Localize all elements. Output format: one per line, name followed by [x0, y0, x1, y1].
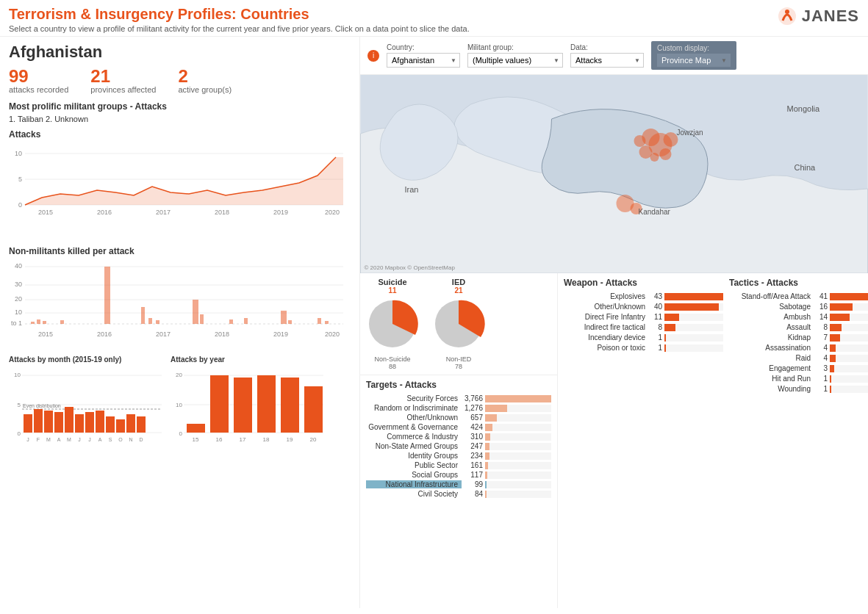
svg-rect-88 — [257, 375, 276, 433]
target-label: Civil Society — [366, 490, 462, 498]
bottom-section: Suicide 11 Non-Suicide 88 — [360, 273, 868, 608]
tactics-bar-container — [830, 365, 868, 372]
tactics-value: 8 — [814, 323, 830, 331]
weapon-list: Explosives 43 Other/Unknown 40 Direct Fi… — [564, 292, 723, 352]
target-bar-fill — [485, 481, 487, 488]
target-bar-container — [485, 481, 551, 488]
country-select-wrapper: Afghanistan — [387, 53, 460, 68]
tactics-bar-fill — [830, 386, 831, 393]
weapon-label: Poison or toxic — [564, 344, 648, 352]
tactics-label: Sabotage — [729, 303, 814, 311]
target-label: Non-State Armed Groups — [366, 442, 462, 450]
map-area[interactable]: Mongolia Iran China Jowzjan Kandahar — [360, 75, 868, 273]
page-subtitle: Select a country to view a profile of mi… — [9, 24, 859, 33]
tactics-bar-fill — [830, 293, 868, 300]
ied-label: IED — [429, 278, 488, 286]
targets-row[interactable]: Public Sector 161 — [366, 461, 551, 469]
targets-row[interactable]: Government & Governance 424 — [366, 423, 551, 431]
militant-select[interactable]: (Multiple values) — [467, 53, 563, 68]
targets-row[interactable]: Security Forces 3,766 — [366, 394, 551, 402]
tactics-row: Assassination 4 — [729, 344, 868, 352]
targets-row[interactable]: Commerce & Industry 310 — [366, 433, 551, 441]
svg-rect-62 — [96, 411, 104, 433]
target-label: Random or Indiscriminate — [366, 404, 462, 412]
targets-row[interactable]: National Infrastructure 99 — [366, 480, 551, 488]
svg-text:N: N — [129, 437, 132, 442]
info-icon[interactable]: i — [367, 50, 379, 62]
svg-rect-34 — [200, 314, 204, 324]
stats-row: 99 attacks recorded 21 provinces affecte… — [9, 68, 351, 94]
country-select[interactable]: Afghanistan — [387, 53, 460, 68]
tactics-value: 1 — [814, 375, 830, 383]
tactics-bar-container — [830, 334, 868, 342]
svg-text:M: M — [67, 437, 71, 442]
tactics-bar-fill — [830, 375, 831, 383]
targets-section: Targets - Attacks Security Forces 3,766 … — [360, 375, 557, 608]
svg-text:A: A — [57, 437, 61, 442]
svg-text:O: O — [118, 437, 123, 442]
tactics-value: 1 — [814, 385, 830, 393]
svg-text:10: 10 — [15, 308, 22, 316]
svg-text:18: 18 — [263, 436, 270, 443]
svg-rect-59 — [65, 407, 73, 433]
svg-text:J: J — [78, 437, 81, 442]
target-bar-fill — [485, 443, 489, 450]
svg-rect-87 — [234, 378, 252, 433]
targets-row[interactable]: Non-State Armed Groups 247 — [366, 442, 551, 450]
target-bar-container — [485, 452, 551, 460]
custom-display-select[interactable]: Province Map — [657, 54, 731, 67]
weapon-section: Weapon - Attacks Explosives 43 Other/Unk… — [564, 278, 723, 604]
target-bar-fill — [485, 395, 551, 402]
weapon-bar-container — [664, 334, 723, 342]
targets-row[interactable]: Random or Indiscriminate 1,276 — [366, 404, 551, 412]
non-suicide-value: 88 — [363, 363, 422, 370]
target-label: Security Forces — [366, 394, 462, 402]
target-bar-container — [485, 424, 551, 431]
weapon-bar-fill — [664, 303, 719, 311]
targets-row[interactable]: Other/Unknown 657 — [366, 413, 551, 422]
tactics-bar-container — [830, 344, 868, 352]
svg-text:S: S — [109, 437, 112, 442]
map-svg: Mongolia Iran China Jowzjan Kandahar — [360, 75, 868, 273]
svg-rect-65 — [126, 414, 135, 433]
target-value: 3,766 — [462, 394, 485, 402]
target-bar-fill — [485, 491, 487, 498]
tactics-label: Raid — [729, 354, 814, 362]
svg-rect-35 — [229, 319, 233, 324]
tactics-title: Tactics - Attacks — [729, 278, 868, 288]
custom-display-label: Custom display: — [657, 44, 731, 52]
svg-point-107 — [639, 145, 653, 159]
target-bar-container — [485, 443, 551, 450]
tactics-bar-fill — [830, 334, 840, 342]
svg-text:0: 0 — [18, 201, 22, 209]
target-bar-container — [485, 433, 551, 441]
provinces-value: 21 — [90, 68, 156, 85]
page-title: Terrorism & Insurgency Profiles: Countri… — [9, 6, 859, 23]
tactics-row: Wounding 1 — [729, 385, 868, 393]
svg-rect-86 — [210, 375, 229, 433]
tactics-bar-container — [830, 293, 868, 300]
tactics-bar-fill — [830, 303, 853, 311]
svg-rect-85 — [187, 424, 205, 433]
data-select[interactable]: Attacks — [570, 53, 644, 68]
targets-row[interactable]: Civil Society 84 — [366, 490, 551, 498]
svg-rect-28 — [60, 320, 64, 324]
svg-text:Jowzjan: Jowzjan — [677, 129, 703, 137]
attacks-label: attacks recorded — [9, 85, 68, 94]
target-bar-fill — [485, 472, 487, 479]
targets-row[interactable]: Social Groups 117 — [366, 471, 551, 479]
tactics-label: Hit and Run — [729, 375, 814, 383]
weapon-label: Incendiary device — [564, 333, 648, 342]
target-value: 117 — [462, 471, 485, 479]
svg-rect-90 — [304, 386, 323, 433]
targets-row[interactable]: Identity Groups 234 — [366, 452, 551, 460]
svg-point-105 — [660, 148, 672, 160]
target-value: 84 — [462, 490, 485, 498]
right-panel: i Country: Afghanistan Militant group: (… — [360, 37, 868, 608]
svg-marker-8 — [25, 157, 343, 205]
svg-text:2015: 2015 — [38, 331, 53, 338]
tactics-value: 14 — [814, 313, 830, 321]
target-value: 247 — [462, 442, 485, 450]
tactics-row: Hit and Run 1 — [729, 375, 868, 383]
svg-text:Iran: Iran — [405, 185, 419, 194]
